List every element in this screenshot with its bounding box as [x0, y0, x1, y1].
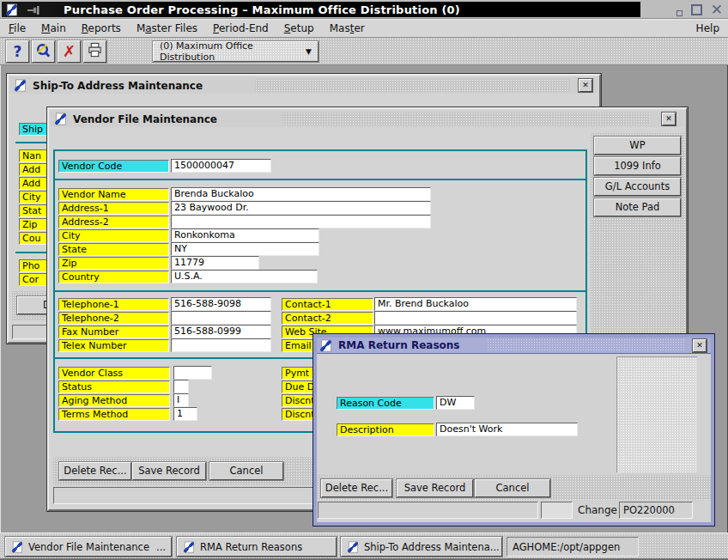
company-selector-dropdown[interactable]: (0) Maximum Office Distribution ▼ — [153, 41, 318, 62]
country-input[interactable]: U.S.A. — [171, 270, 318, 283]
contact2-input[interactable] — [374, 311, 577, 325]
taskbar-item-label: Ship-To Address Maintena... — [364, 541, 500, 553]
rma-status-box — [541, 502, 573, 519]
fax-number-input[interactable]: 516-588-0999 — [171, 325, 271, 338]
app-icon — [5, 3, 18, 16]
rma-window-icon — [319, 339, 332, 352]
telex-number-label: Telex Number — [58, 339, 169, 352]
vendor-class-input[interactable] — [173, 366, 212, 380]
address2-label: Address-2 — [58, 216, 169, 228]
vendor-window-title: Vendor File Maintenance — [73, 113, 217, 125]
rma-window: RMA Return Reasons ✕ Reason Code DW Desc… — [313, 334, 714, 526]
rma-window-title: RMA Return Reasons — [338, 339, 460, 351]
vendor-name-input[interactable]: Brenda Buckaloo — [171, 187, 431, 201]
vendor-titlebar[interactable]: Vendor File Maintenance — [51, 111, 684, 127]
taskbar-item-rma[interactable]: RMA Return Reasons — [177, 537, 337, 557]
taskbar-item-dots: ... — [156, 541, 166, 553]
menu-master[interactable]: Master — [330, 22, 365, 34]
menu-file[interactable]: File — [9, 22, 26, 34]
lookup-toolbar-button[interactable] — [32, 40, 55, 63]
chevron-down-icon: ▼ — [306, 47, 312, 56]
city-label: City — [58, 229, 169, 242]
vendor-class-label: Vendor Class — [58, 367, 170, 380]
minimize-button[interactable] — [676, 10, 682, 16]
titlebar-black-strip: Purchase Order Processing – Maximum Offi… — [2, 2, 640, 17]
close-button[interactable]: ✕ — [711, 3, 723, 17]
zip-label: Zip — [58, 257, 169, 270]
taskbar-item-icon — [347, 541, 359, 553]
delete-x-icon: ✗ — [63, 44, 76, 59]
company-selector-value: (0) Maximum Office Distribution — [160, 40, 306, 63]
reason-code-input[interactable]: DW — [436, 396, 475, 410]
aging-method-input[interactable]: I — [173, 393, 189, 407]
vendor-code-label: Vendor Code — [58, 160, 169, 173]
telephone1-input[interactable]: 516-588-9098 — [171, 297, 271, 311]
maximize-button[interactable] — [691, 4, 702, 15]
vendor-close-button[interactable]: ✕ — [662, 113, 676, 125]
main-titlebar[interactable]: Purchase Order Processing – Maximum Offi… — [0, 0, 728, 19]
taskbar-item-shipto[interactable]: Ship-To Address Maintena... — [341, 537, 502, 557]
shipto-titlebar[interactable]: Ship-To Address Maintenance — [10, 77, 598, 94]
vendor-name-label: Vendor Name — [58, 188, 169, 201]
state-label: State — [58, 243, 169, 256]
status-label: Status — [58, 380, 170, 393]
rma-delete-button[interactable]: Delete Rec... — [321, 479, 392, 497]
rma-save-button[interactable]: Save Record — [397, 479, 473, 497]
separator-line — [55, 290, 585, 292]
rma-cancel-button[interactable]: Cancel — [475, 479, 550, 497]
menu-main[interactable]: Main — [41, 22, 66, 34]
rma-status-message-area — [318, 502, 538, 519]
address1-input[interactable]: 23 Baywood Dr. — [171, 201, 431, 215]
menu-reports[interactable]: Reports — [82, 22, 121, 34]
telephone2-input[interactable] — [171, 311, 271, 325]
vendor-save-button[interactable]: Save Record — [132, 462, 206, 480]
city-input[interactable]: Ronkonkoma — [171, 228, 319, 242]
wp-button[interactable]: WP — [594, 137, 681, 155]
contact1-label: Contact-1 — [282, 298, 373, 311]
pushpin-icon[interactable] — [27, 3, 41, 15]
help-icon: ? — [14, 43, 22, 60]
taskbar-item-vendor[interactable]: Vendor File Maintenance ... — [5, 537, 172, 557]
zip-input[interactable]: 11779 — [171, 256, 259, 270]
help-toolbar-button[interactable]: ? — [6, 40, 29, 63]
vendor-window-icon — [54, 113, 67, 125]
print-toolbar-button[interactable] — [83, 40, 106, 63]
taskbar-item-icon — [183, 541, 195, 553]
vendor-delete-button[interactable]: Delete Rec... — [59, 462, 131, 480]
description-input[interactable]: Doesn't Work — [436, 423, 578, 436]
delete-toolbar-button[interactable]: ✗ — [58, 40, 81, 63]
country-label: Country — [58, 271, 169, 283]
rma-mode-label: Change — [578, 504, 617, 516]
toolbar: ? ✗ (0) Maximum Office Distribution ▼ — [0, 38, 728, 65]
address1-label: Address-1 — [58, 202, 169, 215]
contact1-input[interactable]: Mr. Brend Buckaloo — [374, 297, 577, 311]
main-window-title: Purchase Order Processing – Maximum Offi… — [64, 3, 460, 16]
rma-titlebar[interactable]: RMA Return Reasons — [317, 338, 711, 354]
telephone1-label: Telephone-1 — [58, 298, 169, 311]
taskbar-path-label: AGHOME:/opt/appgen — [513, 541, 620, 553]
state-input[interactable]: NY — [171, 242, 319, 256]
menu-master-files[interactable]: Master Files — [136, 22, 197, 34]
menu-period-end[interactable]: Period-End — [213, 22, 269, 34]
vendor-cancel-button[interactable]: Cancel — [209, 462, 283, 480]
terms-method-input[interactable]: 1 — [173, 407, 197, 421]
taskbar-aghome-path: AGHOME:/opt/appgen — [507, 537, 639, 557]
telephone2-label: Telephone-2 — [58, 312, 169, 325]
description-label: Description — [337, 423, 434, 436]
application-window: Purchase Order Processing – Maximum Offi… — [0, 0, 728, 560]
shipto-close-button[interactable]: ✕ — [579, 79, 592, 92]
vendor-code-input[interactable]: 1500000047 — [171, 159, 271, 173]
gl-accounts-button[interactable]: G/L Accounts — [594, 178, 681, 196]
menu-bar: File Main Reports Master Files Period-En… — [0, 19, 728, 38]
address2-input[interactable] — [171, 215, 431, 228]
titlebar-texture — [282, 113, 650, 125]
menu-help[interactable]: Help — [696, 22, 719, 34]
telex-number-input[interactable] — [171, 338, 271, 352]
rma-close-button[interactable]: ✕ — [693, 339, 707, 352]
1099-info-button[interactable]: 1099 Info — [594, 157, 681, 175]
titlebar-texture — [255, 79, 570, 92]
status-input[interactable] — [173, 380, 189, 393]
menu-setup[interactable]: Setup — [284, 22, 314, 34]
note-pad-button[interactable]: Note Pad — [594, 198, 681, 216]
reason-code-label: Reason Code — [337, 397, 434, 410]
